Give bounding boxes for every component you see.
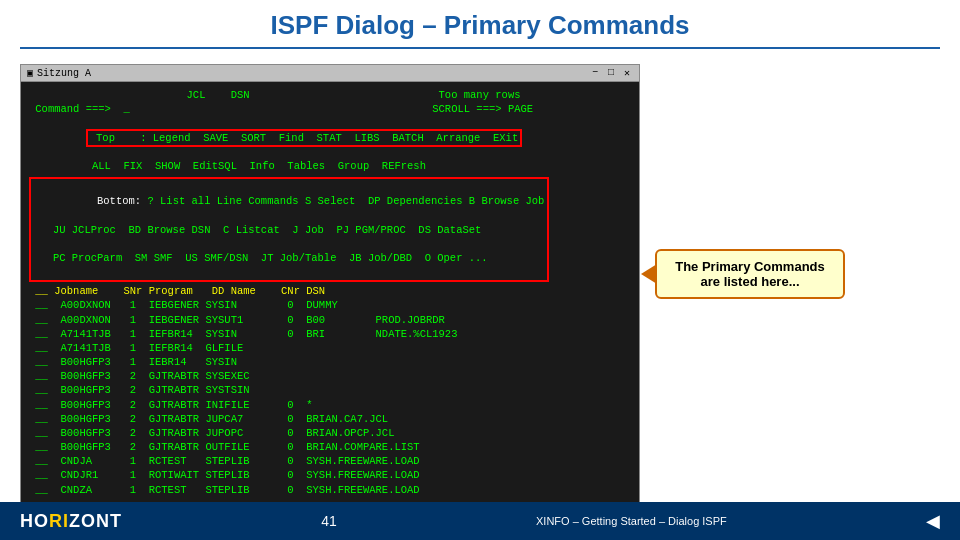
terminal-wrapper: ▣ Sitzung A − □ ✕ JCL DSN Too many rows … [20,64,640,522]
bottom-content3: PC ProcParm SM SMF US SMF/DSN JT Job/Tab… [34,252,488,264]
table-row: __ B00HGFP3 2 GJTRABTR SYSTSIN [29,383,631,397]
page-title: ISPF Dialog – Primary Commands [20,0,940,49]
table-row: __ B00HGFP3 2 GJTRABTR OUTFILE 0 BRIAN.C… [29,440,631,454]
table-row: __ A00DXNON 1 IEBGENER SYSUT1 0 B00 PROD… [29,313,631,327]
table-row: __ B00HGFP3 2 GJTRABTR INIFILE 0 * [29,398,631,412]
table-row: __ B00HGFP3 1 IEBR14 SYSIN [29,355,631,369]
table-row: __ A00DXNON 1 IEBGENER SYSIN 0 DUMMY [29,298,631,312]
top-box: Top : Legend SAVE SORT Find STAT LIBS BA… [86,129,522,147]
minimize-button[interactable]: − [589,67,601,79]
footer-nav[interactable]: ◀ [926,510,940,532]
footer-page-number: 41 [321,513,337,529]
top-label [79,132,85,144]
callout-arrow [641,264,657,284]
table-row: __ A7141TJB 1 IEFBR14 SYSIN 0 BRI NDATE.… [29,327,631,341]
table-row: __ CNDJA 1 RCTEST STEPLIB 0 SYSH.FREEWAR… [29,454,631,468]
terminal-titlebar: ▣ Sitzung A − □ ✕ [20,64,640,81]
logo-ho: HO [20,511,49,531]
maximize-button[interactable]: □ [605,67,617,79]
terminal-icon: ▣ [27,67,33,79]
table-row: __ B00HGFP3 2 GJTRABTR JUPCA7 0 BRIAN.CA… [29,412,631,426]
close-button[interactable]: ✕ [621,67,633,79]
table-row: __ A7141TJB 1 IEFBR14 GLFILE [29,341,631,355]
footer: HORIZONT 41 XINFO – Getting Started – Di… [0,502,960,540]
logo-ri: RI [49,511,69,531]
header-line2: Command ===> _ SCROLL ===> PAGE [29,102,631,116]
table-area: __ Jobname SNr Program DD Name CNr DSN _… [29,284,631,497]
callout-box: The Primary Commands are listed here... [655,249,845,299]
bottom-section: Bottom: ? List all Line Commands S Selec… [29,175,631,282]
table-rows: __ A00DXNON 1 IEBGENER SYSIN 0 DUMMY __ … [29,298,631,496]
footer-breadcrumb: XINFO – Getting Started – Dialog ISPF [536,515,727,527]
table-row: __ CNDZA 1 RCTEST STEPLIB 0 SYSH.FREEWAR… [29,483,631,497]
top-line2: ALL FIX SHOW EditSQL Info Tables Group R… [29,159,631,173]
terminal-title: Sitzung A [37,68,91,79]
bottom-box: Bottom: ? List all Line Commands S Selec… [29,177,549,282]
bottom-content1: ? List all Line Commands S Select DP Dep… [141,195,544,207]
bottom-content2: JU JCLProc BD Browse DSN C Listcat J Job… [34,224,481,236]
table-row: __ B00HGFP3 2 GJTRABTR SYSEXEC [29,369,631,383]
logo-zont: ZONT [69,511,122,531]
callout-text: The Primary Commands are listed here... [675,259,825,289]
table-row: __ CNDJR1 1 ROTIWAIT STEPLIB 0 SYSH.FREE… [29,468,631,482]
bottom-label: Bottom: [97,195,141,207]
table-header: __ Jobname SNr Program DD Name CNr DSN [29,284,631,298]
table-row: __ B00HGFP3 2 GJTRABTR JUPOPC 0 BRIAN.OP… [29,426,631,440]
nav-prev-icon[interactable]: ◀ [926,510,940,532]
footer-logo: HORIZONT [20,511,122,532]
header-line1: JCL DSN Too many rows [29,88,631,102]
top-line1: Top : Legend SAVE SORT Find STAT LIBS BA… [29,116,631,159]
terminal-body: JCL DSN Too many rows Command ===> _ SCR… [20,81,640,522]
